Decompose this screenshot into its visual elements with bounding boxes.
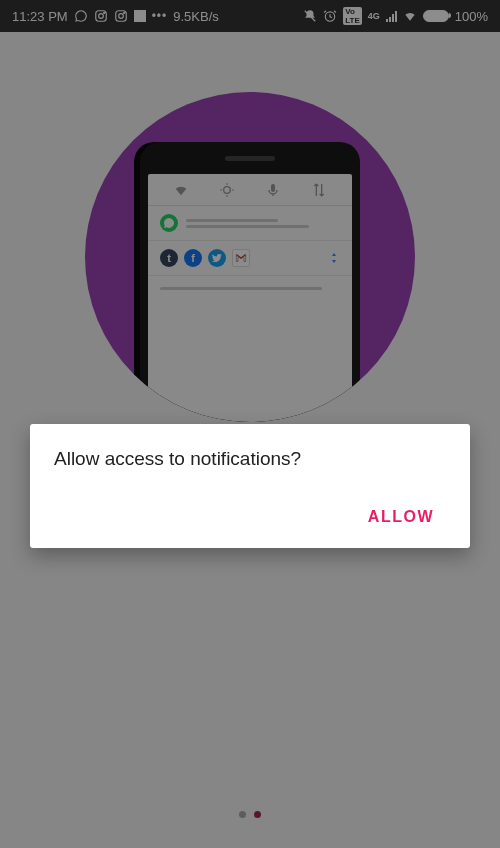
allow-button[interactable]: ALLOW xyxy=(356,498,446,536)
dialog-actions: ALLOW xyxy=(54,498,446,536)
dialog-title: Allow access to notifications? xyxy=(54,448,446,470)
permission-dialog: Allow access to notifications? ALLOW xyxy=(30,424,470,548)
